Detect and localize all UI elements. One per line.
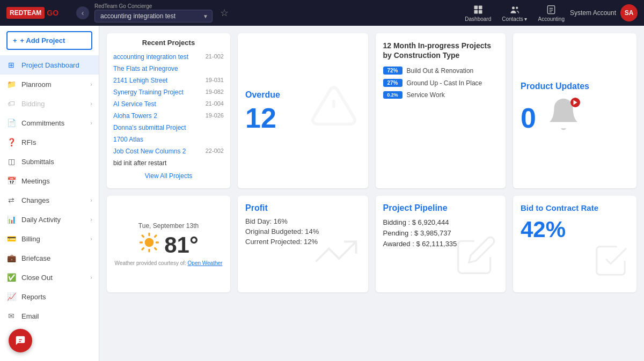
rp-num-9: 22-002 (206, 148, 224, 155)
rp-item-4[interactable]: Synergy Training Project 19-082 (107, 86, 230, 98)
nav-contacts[interactable]: Contacts ▾ (502, 4, 527, 22)
bar-label-1: Build Out & Renovation (407, 67, 474, 75)
pipeline-pending-label: Pending (383, 229, 409, 237)
bar-row-1: 72% Build Out & Renovation (383, 67, 499, 75)
sun-icon (138, 232, 160, 258)
pipeline-bidding-value: : $ 6,920,444 (408, 218, 449, 226)
mail-icon: ✉ (6, 311, 16, 321)
top-navigation: REDTEAM GO ‹ RedTeam Go Concierge accoun… (0, 0, 644, 26)
add-project-button[interactable]: + + Add Project (6, 31, 92, 50)
sidebar-label-meetings: Meetings (21, 177, 50, 185)
logo-area: REDTEAM GO (6, 7, 71, 19)
svg-line-16 (155, 248, 156, 249)
project-selector[interactable]: accounting integration test (94, 10, 213, 23)
chevron-right-icon-commitments: › (90, 120, 92, 126)
product-updates-row: 0 (521, 95, 629, 141)
rp-item-1[interactable]: accounting integration test 21-002 (107, 51, 230, 63)
svg-point-5 (516, 6, 518, 9)
sidebar-item-briefcase[interactable]: 💼 Briefcase (0, 248, 99, 268)
nav-back-button[interactable]: ‹ (76, 6, 89, 19)
arrows-icon: ⇄ (6, 195, 16, 205)
nav-icon-group: Dashboard Contacts ▾ Accounting (465, 4, 565, 22)
warning-bg-icon (307, 82, 361, 140)
check-circle-icon: ✅ (6, 272, 16, 282)
tag-icon: 🏷 (6, 99, 16, 108)
rp-name-10: bid init after restart (113, 159, 166, 167)
sidebar-item-submittals[interactable]: ◫ Submittals (0, 152, 99, 171)
sidebar-item-reports[interactable]: 📈 Reports (0, 287, 99, 306)
rp-item-7[interactable]: Donna's submittal Project (107, 122, 230, 134)
rp-num-6: 19-026 (206, 112, 224, 120)
handshake-bg-icon (589, 242, 632, 288)
sidebar-item-commitments[interactable]: 📄 Commitments › (0, 113, 99, 132)
bar-label-3: Service Work (407, 91, 445, 99)
project-selector-wrap[interactable]: accounting integration test (94, 10, 213, 23)
rp-num-5: 21-004 (206, 100, 224, 108)
svg-rect-2 (474, 10, 478, 13)
sidebar-item-closeout[interactable]: ✅ Close Out › (0, 268, 99, 287)
rp-num-4: 19-082 (206, 89, 224, 96)
nav-accounting-label: Accounting (538, 16, 564, 22)
sidebar-label-changes: Changes (21, 196, 49, 204)
sidebar-item-billing[interactable]: 💳 Billing › (0, 229, 99, 248)
nav-dashboard-label: Dashboard (465, 16, 491, 22)
weather-temperature: 81° (164, 232, 199, 258)
profit-bid-day: Bid Day: 16% (245, 217, 361, 225)
user-area: System Account SA (570, 4, 638, 21)
sidebar-item-project-dashboard[interactable]: ⊞ Project Dashboard (0, 55, 99, 75)
pipeline-bidding: Bidding : $ 6,920,444 (383, 218, 499, 226)
bar-pct-1: 72% (383, 67, 402, 75)
rp-item-5[interactable]: AI Service Test 21-004 (107, 98, 230, 110)
pipeline-awarded-value: : $ 62,111,335 (412, 240, 457, 248)
credit-card-icon: 💳 (6, 234, 16, 244)
rp-name-4: Synergy Training Project (113, 89, 184, 96)
layers-icon: ◫ (6, 157, 16, 166)
add-project-label: + Add Project (20, 36, 65, 45)
nav-accounting[interactable]: Accounting (538, 4, 564, 22)
rp-item-8[interactable]: 1700 Atlas (107, 134, 230, 145)
chat-fab-button[interactable] (9, 329, 32, 352)
rp-name-1: accounting integration test (113, 53, 188, 61)
bottom-row: Tue, September 13th (107, 196, 636, 292)
svg-line-20 (155, 235, 156, 237)
open-weather-link[interactable]: Open Weather (188, 260, 223, 266)
sidebar-label-project-dashboard: Project Dashboard (21, 61, 79, 69)
rp-name-3: 2141 Lehigh Street (113, 77, 167, 84)
sidebar-item-daily-activity[interactable]: 📊 Daily Activity › (0, 210, 99, 229)
construction-type-card: 12 Month In-progress Projects by Constru… (376, 33, 506, 188)
product-updates-card: Product Updates 0 (513, 33, 636, 188)
sidebar-label-closeout: Close Out (21, 274, 53, 282)
user-avatar[interactable]: SA (620, 4, 638, 21)
sidebar-label-submittals: Submittals (21, 158, 54, 166)
bar-row-2: 27% Ground Up - Cast In Place (383, 79, 499, 87)
svg-rect-0 (474, 5, 478, 9)
view-all-projects-link[interactable]: View All Projects (107, 169, 230, 183)
sidebar-item-planroom[interactable]: 📁 Planroom › (0, 75, 99, 94)
favorite-button[interactable]: ☆ (218, 7, 231, 19)
rp-item-9[interactable]: Job Cost New Columns 2 22-002 (107, 145, 230, 157)
nav-dashboard[interactable]: Dashboard (465, 4, 491, 22)
sidebar-item-bidding[interactable]: 🏷 Bidding › (0, 94, 99, 113)
recent-projects-title: Recent Projects (107, 39, 230, 47)
rp-item-10[interactable]: bid init after restart (107, 157, 230, 169)
chevron-right-icon-closeout: › (90, 274, 92, 281)
rp-item-2[interactable]: The Flats at Pinegrove (107, 63, 230, 75)
sidebar-label-rfis: RFIs (21, 138, 36, 146)
rp-item-6[interactable]: Aloha Towers 2 19-026 (107, 110, 230, 122)
overdue-card: Overdue 12 (238, 33, 368, 188)
svg-rect-3 (479, 10, 482, 13)
user-label: System Account (570, 9, 616, 17)
sidebar-label-email: Email (21, 312, 39, 320)
rp-item-3[interactable]: 2141 Lehigh Street 19-031 (107, 75, 230, 86)
sidebar-item-changes[interactable]: ⇄ Changes › (0, 190, 99, 210)
rp-name-2: The Flats at Pinegrove (113, 65, 178, 72)
construction-type-title: 12 Month In-progress Projects by Constru… (383, 41, 499, 60)
sidebar-item-meetings[interactable]: 📅 Meetings (0, 171, 99, 190)
pipeline-bidding-label: Bidding (383, 218, 406, 226)
pen-bg-icon (452, 234, 500, 287)
sidebar-item-email[interactable]: ✉ Email (0, 306, 99, 326)
bid-contract-card: Bid to Contract Rate 42% (513, 196, 636, 292)
grid-icon: ⊞ (6, 60, 16, 70)
rp-name-6: Aloha Towers 2 (113, 112, 157, 120)
sidebar-item-rfis[interactable]: ❓ RFIs (0, 132, 99, 152)
